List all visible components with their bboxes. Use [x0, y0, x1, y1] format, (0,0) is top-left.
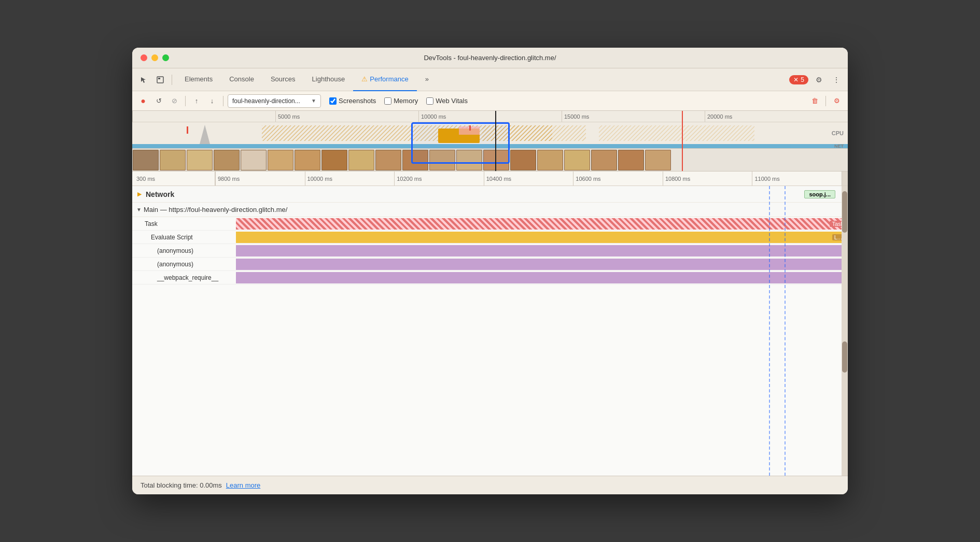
titlebar: DevTools - foul-heavenly-direction.glitc…	[132, 48, 848, 68]
main-toggle-icon[interactable]: ▼	[136, 207, 142, 212]
tab-console[interactable]: Console	[221, 68, 262, 91]
more-options-button[interactable]: ⋮	[829, 73, 844, 87]
divider4	[825, 96, 826, 106]
action-right: 🗑 ⚙	[808, 94, 844, 108]
memory-checkbox[interactable]: Memory	[384, 97, 418, 105]
warning-icon: ⚠	[361, 75, 368, 83]
dropdown-icon: ▼	[311, 98, 316, 104]
toolbar: Elements Console Sources Lighthouse ⚠ Pe…	[132, 68, 848, 91]
maximize-button[interactable]	[162, 54, 169, 61]
screenshot-thumb	[429, 150, 455, 170]
scrollbar-thumb2[interactable]	[842, 341, 847, 373]
status-bar: Total blocking time: 0.00ms Learn more	[132, 476, 848, 494]
inspect-icon[interactable]	[153, 73, 167, 87]
task-label: Task	[132, 220, 236, 227]
screenshot-thumb	[241, 150, 267, 170]
detail-start-mark: 300 ms	[132, 172, 215, 186]
screenshot-thumb	[510, 150, 536, 170]
divider2	[185, 96, 186, 106]
close-button[interactable]	[141, 54, 147, 61]
screenshot-thumb	[375, 150, 401, 170]
dashed-line-2	[785, 186, 786, 476]
detail-mark-0: 9800 ms	[215, 172, 305, 186]
anon1-bar[interactable]	[236, 245, 848, 256]
screenshot-thumb	[160, 150, 186, 170]
svg-rect-8	[482, 125, 586, 141]
evaluate-bar[interactable]: L...t	[236, 232, 848, 243]
flame-row-task: Task Task	[132, 217, 848, 231]
main-thread-row: ▼ Main — https://foul-heavenly-direction…	[132, 203, 848, 217]
screenshot-thumb	[537, 150, 563, 170]
screenshot-thumb	[456, 150, 482, 170]
svg-rect-2	[187, 126, 188, 134]
main-content: 5000 ms 10000 ms 15000 ms 20000 ms CPU	[132, 111, 848, 494]
webpack-label: __webpack_require__	[132, 274, 236, 281]
performance-toolbar: ● ↺ ⊘ ↑ ↓ foul-heavenly-direction... ▼ S…	[132, 91, 848, 111]
screenshot-thumb	[187, 150, 213, 170]
anon2-bar[interactable]	[236, 259, 848, 270]
detail-mark-4: 10600 ms	[573, 172, 663, 186]
tab-bar: Elements Console Sources Lighthouse ⚠ Pe…	[176, 68, 787, 91]
ruler-mark-4: 20000 ms	[707, 113, 732, 120]
record-button[interactable]: ●	[136, 94, 150, 108]
tab-lighthouse[interactable]: Lighthouse	[304, 68, 354, 91]
flame-row-anon1: (anonymous)	[132, 244, 848, 258]
detail-ruler: 300 ms 9800 ms 10000 ms 10200 ms 10400 m…	[132, 172, 848, 186]
detail-mark-1: 10000 ms	[305, 172, 395, 186]
error-badge[interactable]: ✕ 5	[789, 75, 808, 84]
ruler-mark-1: 5000 ms	[278, 113, 300, 120]
dashed-line-1	[769, 186, 770, 476]
gear-icon[interactable]: ⚙	[830, 94, 844, 108]
screenshot-thumb	[645, 150, 671, 170]
ruler-mark-2: 10000 ms	[421, 113, 446, 120]
devtools-window: DevTools - foul-heavenly-direction.glitc…	[132, 48, 848, 494]
stop-button[interactable]: ⊘	[167, 94, 181, 108]
screenshot-thumb	[402, 150, 428, 170]
svg-rect-7	[469, 125, 471, 131]
screenshot-thumb	[214, 150, 240, 170]
tab-elements[interactable]: Elements	[176, 68, 221, 91]
ruler-mark-3: 15000 ms	[564, 113, 589, 120]
vertical-scrollbar[interactable]	[842, 186, 848, 476]
url-selector[interactable]: foul-heavenly-direction... ▼	[228, 94, 321, 108]
download-button[interactable]: ↓	[205, 94, 219, 108]
network-row: ▶ Network soop.j...	[132, 186, 848, 203]
learn-more-link[interactable]: Learn more	[226, 481, 260, 489]
flame-row-webpack: __webpack_require__	[132, 271, 848, 284]
task-bar[interactable]: Task	[236, 218, 848, 230]
upload-button[interactable]: ↑	[190, 94, 203, 108]
traffic-lights	[141, 54, 169, 61]
screenshot-thumb	[348, 150, 374, 170]
screenshot-thumb	[295, 150, 320, 170]
network-toggle-icon[interactable]: ▶	[136, 191, 143, 197]
scrollbar-thumb[interactable]	[842, 191, 847, 233]
screenshot-thumb	[483, 150, 509, 170]
svg-marker-4	[200, 125, 210, 144]
toolbar-right: ✕ 5 ⚙ ⋮	[789, 73, 844, 87]
minimize-button[interactable]	[151, 54, 158, 61]
tab-performance[interactable]: ⚠ Performance	[353, 68, 416, 91]
close-circle-icon: ✕	[793, 76, 799, 83]
blocking-time-label: Total blocking time: 0.00ms	[141, 481, 222, 489]
tab-sources[interactable]: Sources	[262, 68, 304, 91]
cursor-icon[interactable]	[136, 73, 151, 87]
svg-rect-9	[599, 125, 754, 141]
anon2-label: (anonymous)	[132, 261, 236, 268]
screenshots-checkbox[interactable]: Screenshots	[329, 97, 376, 105]
divider	[172, 75, 172, 85]
settings-button[interactable]: ⚙	[811, 73, 826, 87]
screenshot-thumb	[564, 150, 590, 170]
scrollbar-area[interactable]	[842, 172, 848, 186]
detail-mark-3: 10400 ms	[484, 172, 573, 186]
reload-button[interactable]: ↺	[152, 94, 165, 108]
webpack-bar[interactable]	[236, 272, 848, 283]
cpu-area: CPU	[132, 122, 848, 144]
svg-rect-1	[158, 78, 160, 79]
screenshot-thumb	[268, 150, 293, 170]
web-vitals-checkbox[interactable]: Web Vitals	[426, 97, 468, 105]
trash-icon[interactable]: 🗑	[808, 94, 821, 108]
tab-more[interactable]: »	[417, 68, 437, 91]
main-label: Main — https://foul-heavenly-direction.g…	[144, 206, 287, 213]
network-badge: soop.j...	[804, 190, 835, 198]
screenshot-thumb	[591, 150, 617, 170]
